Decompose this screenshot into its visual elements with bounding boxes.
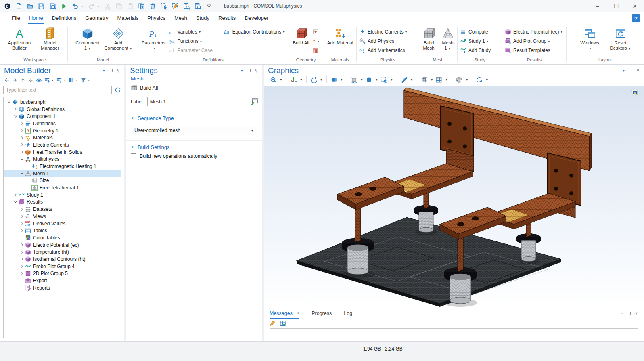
tree-item-views[interactable]: Views xyxy=(4,213,121,220)
sequence-type-select[interactable]: User-controlled mesh ▼ xyxy=(131,126,257,135)
expander-icon[interactable] xyxy=(19,171,25,176)
tree-item-reports[interactable]: Reports xyxy=(4,284,121,292)
tree-item-color-tables[interactable]: Color Tables xyxy=(4,234,121,241)
menu-developer[interactable]: Developer xyxy=(240,12,273,24)
plot-thumbnail-icon[interactable] xyxy=(631,89,638,96)
color-theme-button[interactable]: ▼ xyxy=(454,75,469,84)
delete-button[interactable] xyxy=(149,3,156,10)
tree-item-free-tetrahedral-1[interactable]: Free Tetrahedral 1 xyxy=(4,184,121,191)
build-all-button[interactable]: Build All xyxy=(126,84,262,96)
menu-home[interactable]: Home xyxy=(25,12,48,24)
select-button[interactable] xyxy=(161,3,167,10)
menu-study[interactable]: Study xyxy=(192,12,214,24)
panel-pin-icon[interactable] xyxy=(116,68,120,73)
tree-item-global-definitions[interactable]: Global Definitions xyxy=(4,106,121,113)
partition-button[interactable] xyxy=(312,46,320,55)
menu-physics[interactable]: Physics xyxy=(143,12,170,24)
result-templates-button[interactable]: Result Templates xyxy=(503,46,565,55)
update-plot-button[interactable]: ▼ xyxy=(475,75,489,84)
expander-icon[interactable] xyxy=(13,192,18,198)
tree-item-definitions[interactable]: Definitions xyxy=(4,120,121,127)
tree-item-size[interactable]: Size xyxy=(4,177,121,185)
menu-definitions[interactable]: Definitions xyxy=(48,12,81,24)
expander-icon[interactable] xyxy=(19,228,25,233)
zoom-button[interactable]: ▼ xyxy=(269,75,284,84)
windows-button[interactable]: Windows▼ xyxy=(575,26,605,52)
menu-geometry[interactable]: Geometry xyxy=(81,12,113,24)
tab-progress[interactable]: Progress xyxy=(312,307,332,319)
create-shortcut-icon[interactable] xyxy=(250,98,258,106)
expander-icon[interactable] xyxy=(13,199,18,205)
graphics-canvas[interactable] xyxy=(264,86,644,307)
application-builder-button[interactable]: A Application Builder xyxy=(4,26,34,52)
equation-contributions-button[interactable]: Δu Equation Contributions▼ xyxy=(222,27,287,36)
model-manager-button[interactable]: Model Manager xyxy=(35,26,65,52)
tree-item-multiphysics[interactable]: Multiphysics xyxy=(4,156,121,163)
search-model-button[interactable] xyxy=(194,3,201,10)
collapse-all-button[interactable]: ▼ xyxy=(44,77,54,84)
build-settings-header[interactable]: ▼ Build Settings xyxy=(131,144,257,150)
tree-item-materials[interactable]: Materials xyxy=(4,134,121,141)
minimize-button[interactable]: – xyxy=(588,0,607,12)
expander-icon[interactable] xyxy=(19,214,25,219)
filter-input[interactable] xyxy=(3,86,112,94)
scene-light-button[interactable]: ▼ xyxy=(329,75,344,84)
build-mesh-button[interactable]: Build Mesh xyxy=(420,26,438,52)
variables-button[interactable]: a= Variables▼ xyxy=(167,27,221,36)
tree-item-electromagnetic-heating-1[interactable]: Electromagnetic Heating 1 xyxy=(4,163,121,170)
image-snapshot-button[interactable]: ▼ xyxy=(349,75,364,84)
model-tree-node-text-button[interactable]: ▼ xyxy=(68,77,79,84)
tree-item-probe-plot-group-4[interactable]: Probe Plot Group 4 xyxy=(4,263,121,270)
menu-file[interactable]: File xyxy=(7,12,25,24)
add-study-button[interactable]: Add Study xyxy=(458,46,493,55)
menu-results[interactable]: Results xyxy=(214,12,240,24)
menu-mesh[interactable]: Mesh xyxy=(170,12,192,24)
panel-float-icon[interactable] xyxy=(629,69,632,72)
expander-icon[interactable] xyxy=(19,206,25,212)
expander-icon[interactable] xyxy=(19,121,25,126)
expander-icon[interactable] xyxy=(19,242,25,248)
panel-menu-icon[interactable]: ▼ xyxy=(240,69,243,72)
table-settings-icon[interactable] xyxy=(280,320,286,327)
tree-item-results[interactable]: Results xyxy=(4,199,121,206)
close-icon[interactable]: ✕ xyxy=(296,311,299,316)
rebuild-button[interactable]: ▼ xyxy=(312,37,320,46)
show-button[interactable] xyxy=(36,77,42,84)
panel-float-icon[interactable] xyxy=(247,69,251,72)
tree-item-busbar-mph[interactable]: busbar.mph xyxy=(4,99,121,106)
clear-messages-icon[interactable] xyxy=(270,320,276,327)
filter-button[interactable]: ▼ xyxy=(80,77,91,84)
undo-dropdown-icon[interactable]: ▼ xyxy=(81,5,84,8)
customize-toolbar-button[interactable] xyxy=(206,3,213,10)
tree-item-export[interactable]: Export xyxy=(4,277,121,284)
expander-icon[interactable] xyxy=(19,149,25,155)
tree-item-datasets[interactable]: Datasets xyxy=(4,206,121,213)
mesh-1-button[interactable]: Mesh 1▼ xyxy=(439,26,457,52)
tree-item-geometry-1[interactable]: AGeometry 1 xyxy=(4,127,121,134)
tree-item-derived-values[interactable]: 8.85e-12Derived Values xyxy=(4,220,121,227)
expander-icon[interactable] xyxy=(19,128,25,134)
panel-float-icon[interactable] xyxy=(627,312,631,315)
expander-icon[interactable] xyxy=(19,249,25,255)
functions-button[interactable]: f(x) Functions▼ xyxy=(167,37,221,46)
expander-icon[interactable] xyxy=(19,156,25,162)
build-all-geometry-button[interactable]: Build All xyxy=(291,26,311,47)
panel-pin-icon[interactable] xyxy=(254,68,258,73)
save-to-model-manager-button[interactable] xyxy=(49,3,56,10)
add-material-button[interactable]: Add Material xyxy=(325,26,355,47)
panel-float-icon[interactable] xyxy=(109,69,113,72)
tree-item-temperature-ht[interactable]: Temperature (ht) xyxy=(4,248,121,256)
duplicate-button[interactable] xyxy=(138,3,145,10)
add-physics-button[interactable]: Add Physics xyxy=(357,37,410,46)
go-to-view-button[interactable]: ▼ xyxy=(289,75,304,84)
hide-objects-button[interactable]: ▼ xyxy=(399,75,414,84)
tree-item-tables[interactable]: Tables xyxy=(4,227,121,234)
panel-pin-icon[interactable] xyxy=(634,311,638,316)
busbar-3d-model[interactable] xyxy=(264,86,644,307)
rotate-button[interactable]: ▼ xyxy=(309,75,324,84)
insert-sequence-button[interactable] xyxy=(312,27,320,36)
maximize-button[interactable]: ☐ xyxy=(607,0,625,12)
expander-icon[interactable] xyxy=(19,256,25,262)
open-button[interactable] xyxy=(27,3,33,10)
refresh-icon[interactable] xyxy=(115,87,121,93)
